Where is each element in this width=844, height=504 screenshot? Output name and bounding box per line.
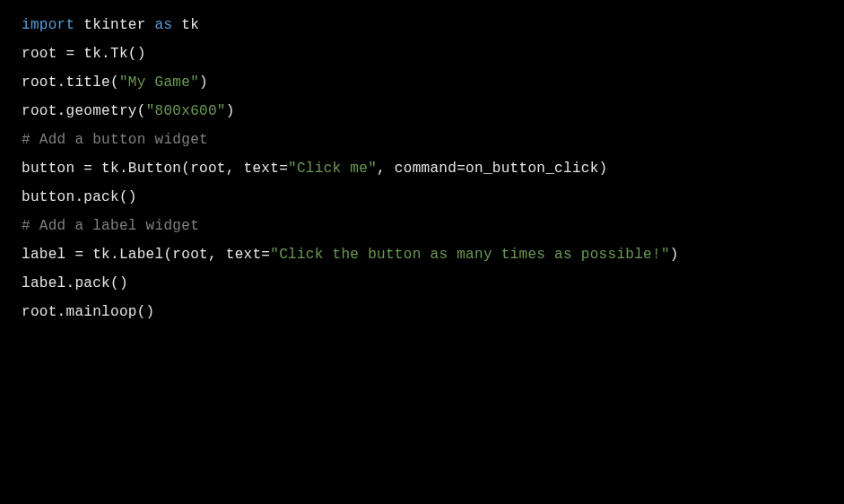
string-literal: "Click me" [288, 161, 377, 177]
string-literal: "My Game" [119, 74, 199, 91]
string-literal: "800x600" [146, 103, 226, 119]
code-line-5: root.geometry("800x600") [22, 97, 822, 126]
code-line-3: root = tk.Tk() [22, 39, 822, 68]
code-line-15: root.mainloop() [22, 298, 822, 326]
code-line-8: button = tk.Button(root, text="Click me"… [22, 154, 822, 183]
module-name: tkinter [74, 17, 154, 33]
code-block: import tkinter as tk root = tk.Tk() root… [22, 11, 822, 326]
code-line-9: button.pack() [22, 183, 822, 212]
code-line-12: label = tk.Label(root, text="Click the b… [22, 240, 822, 269]
code-line-13: label.pack() [22, 269, 822, 298]
comment: # Add a button widget [22, 132, 208, 148]
code-line-1: import tkinter as tk [22, 11, 822, 39]
code-line-7: # Add a button widget [22, 126, 822, 154]
code-line-11: # Add a label widget [22, 212, 822, 240]
code-line-4: root.title("My Game") [22, 68, 822, 97]
string-literal: "Click the button as many times as possi… [270, 247, 670, 263]
as-keyword: as [155, 17, 173, 33]
alias-name: tk [172, 17, 199, 33]
comment: # Add a label widget [22, 218, 199, 234]
import-keyword: import [22, 17, 74, 33]
